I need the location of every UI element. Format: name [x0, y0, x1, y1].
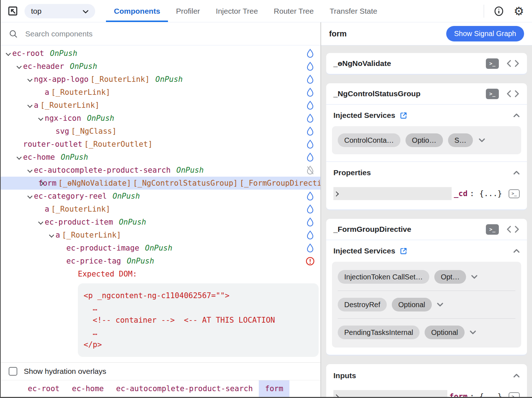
code-icon[interactable]: [506, 225, 520, 234]
expand-chevron-icon[interactable]: [333, 390, 447, 397]
tab-injector-tree[interactable]: Injector Tree: [208, 0, 266, 22]
tree-row[interactable]: ec-price-tag OnPush: [1, 255, 320, 267]
chip-expand-chevron-icon[interactable]: [471, 275, 478, 279]
tree-row[interactable]: a [_RouterLink]: [1, 229, 320, 242]
hydration-droplet-icon: [306, 140, 314, 149]
tree-row[interactable]: a [_RouterLink]: [1, 86, 320, 99]
service-chip[interactable]: S…: [448, 133, 473, 147]
tree-row[interactable]: ec-header OnPush: [1, 60, 320, 73]
hydration-droplet-icon: [306, 217, 314, 227]
tree-row[interactable]: form [_ɵNgNoValidate][_NgControlStatusGr…: [1, 177, 320, 190]
terminal-outline-icon[interactable]: [509, 392, 520, 397]
property-value: {...}: [479, 189, 502, 198]
service-chip[interactable]: DestroyRef: [338, 298, 387, 311]
search-input[interactable]: [25, 30, 278, 38]
tree-row[interactable]: ngx-app-logo [_RouterLink] OnPush: [1, 73, 320, 86]
service-modifier-chip[interactable]: Opt…: [434, 270, 466, 284]
expand-chevron-icon[interactable]: [27, 164, 34, 177]
expand-chevron-icon[interactable]: [27, 73, 34, 86]
collapse-chevron-icon[interactable]: [513, 171, 520, 175]
console-icon[interactable]: [486, 58, 499, 69]
hydration-droplet-icon: [306, 191, 314, 201]
tree-row[interactable]: svg [_NgClass]: [1, 125, 320, 138]
tree-row[interactable]: ec-category-reel OnPush: [1, 190, 320, 203]
settings-gear-icon[interactable]: ⚙: [514, 5, 524, 17]
tab-router-tree[interactable]: Router Tree: [266, 0, 322, 22]
tab-transfer-state[interactable]: Transfer State: [322, 0, 385, 22]
tree-indent: [1, 222, 38, 222]
expand-chevron-icon[interactable]: [38, 86, 45, 99]
chip-expand-chevron-icon[interactable]: [470, 330, 476, 335]
tree-indent: [1, 92, 38, 93]
tree-row[interactable]: ec-autocomplete-product-search OnPush: [1, 164, 320, 177]
tree-row[interactable]: ngx-icon OnPush: [1, 112, 320, 125]
details-header: form Show Signal Graph: [321, 22, 532, 45]
tree-row[interactable]: ec-home OnPush: [1, 151, 320, 164]
console-icon[interactable]: [486, 89, 499, 99]
hydration-droplet-icon: [306, 101, 314, 110]
properties-label: Properties: [333, 168, 371, 177]
hydration-droplet-icon: [306, 204, 314, 214]
code-icon[interactable]: [506, 59, 520, 68]
breadcrumb-item[interactable]: ec-autocomplete-product-search: [110, 380, 259, 397]
expand-chevron-icon[interactable]: [17, 138, 23, 151]
service-chip[interactable]: PendingTasksInternal: [338, 326, 420, 339]
show-signal-graph-button[interactable]: Show Signal Graph: [446, 26, 524, 41]
tab-components[interactable]: Components: [106, 0, 168, 22]
breadcrumb-item[interactable]: ec-root: [22, 380, 66, 397]
info-icon[interactable]: [493, 6, 504, 17]
tab-profiler[interactable]: Profiler: [168, 0, 208, 22]
service-chip[interactable]: ControlConta…: [338, 133, 400, 147]
breadcrumb-item[interactable]: ec-home: [66, 380, 110, 397]
frame-context-select[interactable]: top: [25, 4, 95, 18]
expand-chevron-icon[interactable]: [27, 190, 34, 203]
terminal-outline-icon[interactable]: [509, 189, 520, 198]
tree-row[interactable]: a [_RouterLink]: [1, 203, 320, 216]
hydration-status: [305, 230, 315, 240]
collapse-chevron-icon[interactable]: [513, 113, 520, 118]
tree-row[interactable]: ec-product-image OnPush: [1, 242, 320, 255]
expand-chevron-icon[interactable]: [17, 60, 23, 73]
tree-row[interactable]: a [_RouterLink]: [1, 99, 320, 112]
tree-indent: [1, 170, 27, 171]
expand-chevron-icon[interactable]: [60, 255, 66, 267]
service-modifier-chip[interactable]: Optional: [392, 298, 432, 311]
collapse-chevron-icon[interactable]: [513, 249, 520, 253]
inspect-element-icon[interactable]: [6, 5, 19, 17]
expand-chevron-icon[interactable]: [60, 242, 66, 255]
expand-chevron-icon[interactable]: [49, 229, 56, 242]
expand-chevron-icon[interactable]: [38, 216, 45, 229]
service-chip[interactable]: InjectionToken CallSet…: [338, 270, 429, 284]
expand-chevron-icon[interactable]: [17, 151, 23, 164]
service-chip[interactable]: Optio…: [405, 133, 443, 147]
tree-row[interactable]: router-outlet [_RouterOutlet]: [1, 138, 320, 151]
tree-row[interactable]: ec-product-item OnPush: [1, 216, 320, 229]
directive-card-ngnovalidate: _ɵNgNoValidate: [326, 53, 527, 75]
expand-chevron-icon[interactable]: [6, 47, 12, 60]
hydration-status: [305, 243, 315, 253]
component-name: a: [34, 101, 39, 110]
expand-chevron-icon[interactable]: [49, 125, 56, 138]
toolbar-actions: ⚙: [484, 5, 532, 18]
expand-chevron-icon[interactable]: [38, 203, 45, 216]
code-icon[interactable]: [506, 89, 520, 98]
injected-service-row: InjectionToken CallSet… Opt…: [338, 263, 515, 291]
console-icon[interactable]: [486, 224, 499, 235]
breadcrumb-item[interactable]: form: [259, 380, 289, 397]
collapse-chevron-icon[interactable]: [513, 373, 520, 378]
expand-chevron-icon[interactable]: [27, 99, 34, 112]
tree-row[interactable]: ec-root OnPush: [1, 47, 320, 60]
service-modifier-chip[interactable]: Optional: [425, 326, 465, 339]
directive-card-formgroupdirective: _FormGroupDirective Injected Services: [326, 219, 527, 355]
component-name: svg: [56, 127, 69, 136]
external-link-icon[interactable]: [400, 247, 407, 255]
chip-expand-chevron-icon[interactable]: [479, 138, 485, 142]
injected-services-chips: ControlConta…Optio…S…: [338, 133, 515, 147]
expand-chevron-icon[interactable]: [38, 112, 45, 125]
component-name: ec-root: [12, 49, 44, 58]
change-detection-badge: OnPush: [155, 75, 183, 84]
expand-chevron-icon[interactable]: [333, 187, 452, 200]
hydration-overlays-checkbox[interactable]: [9, 367, 17, 376]
external-link-icon[interactable]: [400, 112, 407, 119]
chip-expand-chevron-icon[interactable]: [437, 302, 443, 307]
